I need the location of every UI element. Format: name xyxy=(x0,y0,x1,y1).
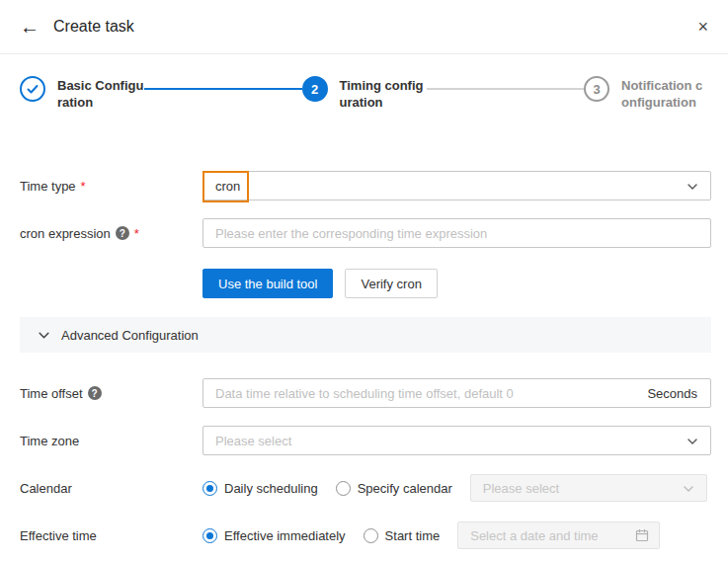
check-icon xyxy=(26,82,40,96)
create-task-dialog: ← Create task × Basic Configuration 2 Ti… xyxy=(0,0,728,561)
advanced-configuration-toggle[interactable]: Advanced Configuration xyxy=(20,317,711,353)
start-time-placeholder: Select a date and time xyxy=(470,528,598,543)
time-offset-input[interactable] xyxy=(202,378,711,408)
radio-specify-calendar-label: Specify calendar xyxy=(358,481,452,496)
chevron-down-icon xyxy=(687,181,698,196)
use-build-tool-button[interactable]: Use the build tool xyxy=(202,269,333,298)
field-row-effective-time: Effective time Effective immediately Sta… xyxy=(0,521,728,549)
radio-start-time[interactable]: Start time xyxy=(364,528,441,543)
time-type-label: Time type xyxy=(20,179,76,194)
step-basic-configuration[interactable]: Basic Configuration xyxy=(20,76,144,112)
cron-expression-input[interactable] xyxy=(202,218,711,248)
step-active-circle: 2 xyxy=(302,76,328,102)
time-zone-select[interactable]: Please select xyxy=(202,426,711,455)
required-asterisk: * xyxy=(81,179,86,194)
chevron-down-icon xyxy=(687,436,698,450)
calendar-icon xyxy=(635,528,649,545)
field-row-time-offset: Time offset ? Seconds xyxy=(0,378,728,408)
page-title: Create task xyxy=(53,18,134,36)
advanced-configuration-title: Advanced Configuration xyxy=(61,328,199,343)
radio-unchecked-icon xyxy=(364,528,378,543)
field-row-time-zone: Time zone Please select xyxy=(0,426,728,455)
field-row-calendar: Calendar Daily scheduling Specify calend… xyxy=(0,474,728,502)
radio-checked-icon xyxy=(202,528,217,543)
radio-daily-scheduling[interactable]: Daily scheduling xyxy=(202,481,318,496)
time-offset-unit: Seconds xyxy=(647,386,697,401)
radio-effective-immediately-label: Effective immediately xyxy=(224,528,346,543)
step-notification-label: Notification configuration xyxy=(621,76,708,112)
step-timing-configuration[interactable]: 2 Timing configuration xyxy=(302,76,427,112)
dialog-header: ← Create task × xyxy=(0,0,728,54)
cron-expression-label: cron expression xyxy=(20,226,111,241)
help-icon[interactable]: ? xyxy=(116,226,129,240)
radio-checked-icon xyxy=(202,481,217,496)
step-timing-label: Timing configuration xyxy=(340,76,427,112)
radio-unchecked-icon xyxy=(336,481,351,496)
stepper: Basic Configuration 2 Timing configurati… xyxy=(0,54,728,148)
field-row-time-type: Time type * cron xyxy=(0,171,728,200)
back-arrow-icon[interactable]: ← xyxy=(20,17,40,37)
cron-actions-row: Use the build tool Verify cron xyxy=(0,269,728,298)
radio-daily-scheduling-label: Daily scheduling xyxy=(224,481,318,496)
verify-cron-button[interactable]: Verify cron xyxy=(345,269,437,298)
start-time-datepicker-disabled: Select a date and time xyxy=(457,521,660,549)
time-type-select[interactable]: cron xyxy=(202,171,711,200)
calendar-select-disabled: Please select xyxy=(470,474,707,502)
time-zone-placeholder: Please select xyxy=(215,434,291,448)
step-pending-circle: 3 xyxy=(584,76,609,102)
radio-start-time-label: Start time xyxy=(385,528,441,543)
help-icon[interactable]: ? xyxy=(88,386,102,400)
field-row-cron-expression: cron expression ? * xyxy=(0,218,728,248)
time-zone-label: Time zone xyxy=(20,434,79,448)
close-icon[interactable]: × xyxy=(697,18,708,36)
chevron-down-icon xyxy=(38,329,50,342)
chevron-down-icon xyxy=(683,483,694,498)
step-done-circle xyxy=(20,76,45,102)
step-connector xyxy=(427,88,585,90)
time-type-value: cron xyxy=(215,179,240,194)
calendar-select-placeholder: Please select xyxy=(483,481,559,496)
step-notification-configuration[interactable]: 3 Notification configuration xyxy=(584,76,708,112)
radio-specify-calendar[interactable]: Specify calendar xyxy=(336,481,452,496)
calendar-label: Calendar xyxy=(20,481,72,496)
effective-time-label: Effective time xyxy=(20,528,97,543)
required-asterisk: * xyxy=(134,226,139,241)
step-basic-label: Basic Configuration xyxy=(57,76,144,112)
time-offset-label: Time offset xyxy=(20,386,83,401)
step-connector xyxy=(144,88,302,90)
radio-effective-immediately[interactable]: Effective immediately xyxy=(202,528,346,543)
